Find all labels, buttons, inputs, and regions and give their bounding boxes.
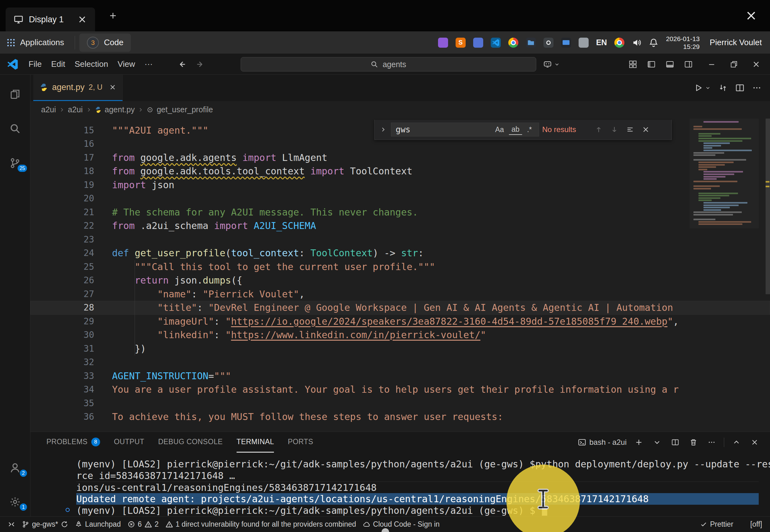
editor-scrollbar[interactable]: [766, 119, 770, 294]
breadcrumb-item[interactable]: a2ui: [68, 105, 83, 114]
run-dropdown-icon[interactable]: [705, 85, 710, 90]
code-line[interactable]: 31 }): [30, 342, 770, 356]
clock[interactable]: 2026-01-13 15:29: [666, 35, 699, 51]
activity-search[interactable]: [6, 121, 24, 136]
minimap[interactable]: [690, 119, 759, 228]
tab-debug-console[interactable]: DEBUG CONSOLE: [158, 432, 223, 453]
tray-icon-blue-app[interactable]: [473, 38, 483, 48]
toggle-panel-icon[interactable]: [663, 57, 677, 71]
code-line[interactable]: 18from google.adk.tools.tool_context imp…: [30, 164, 770, 178]
display-tab[interactable]: Display 1: [6, 8, 95, 31]
tray-icon-files[interactable]: [526, 38, 536, 48]
match-case-toggle[interactable]: Aa: [493, 125, 506, 135]
tab-problems[interactable]: PROBLEMS 8: [46, 432, 100, 453]
code-line[interactable]: 24def get_user_profile(tool_context: Too…: [30, 246, 770, 260]
extension-off-status[interactable]: [off]: [737, 520, 766, 529]
code-line[interactable]: 22from .a2ui_schema import A2UI_SCHEMA: [30, 219, 770, 233]
volume-icon[interactable]: [632, 38, 641, 47]
previous-match-icon[interactable]: [592, 123, 605, 136]
cloud-code-status[interactable]: Cloud Code - Sign in: [360, 517, 443, 532]
new-terminal-icon[interactable]: [633, 436, 645, 448]
whole-word-toggle[interactable]: ab: [509, 125, 522, 135]
terminal-line[interactable]: (myenv) [LOAS2] pierrick@pierrick:~/git/…: [76, 458, 759, 470]
tray-icon-purple-app[interactable]: [438, 38, 448, 48]
maximize-panel-icon[interactable]: [730, 436, 742, 448]
find-in-selection-icon[interactable]: [624, 123, 636, 136]
code-line[interactable]: 27 "name": "Pierrick Voulet",: [30, 287, 770, 301]
applications-menu[interactable]: Applications: [0, 31, 70, 54]
activity-settings[interactable]: 1: [6, 494, 24, 509]
more-actions-icon[interactable]: [752, 83, 761, 92]
tab-terminal[interactable]: TERMINAL: [237, 432, 274, 453]
code-line[interactable]: 29 "imageUrl": "https://io.google/2024/s…: [30, 315, 770, 328]
code-line[interactable]: 33AGENT_INSTRUCTION=""": [30, 369, 770, 383]
breadcrumb-item[interactable]: get_user_profile: [157, 105, 213, 114]
tray-icon-display[interactable]: [561, 38, 571, 48]
branch-status[interactable]: ge-gws*: [19, 517, 72, 532]
toggle-secondary-sidebar-icon[interactable]: [682, 57, 695, 71]
terminal-instance[interactable]: bash - a2ui: [578, 438, 627, 447]
split-editor-icon[interactable]: [735, 83, 744, 92]
next-match-icon[interactable]: [608, 123, 621, 136]
regex-toggle[interactable]: .*: [525, 125, 534, 135]
tab-close-icon[interactable]: [109, 84, 116, 91]
back-icon[interactable]: [178, 60, 186, 69]
code-line[interactable]: 25 """Call this tool to get the current …: [30, 260, 770, 274]
open-changes-icon[interactable]: [719, 83, 727, 92]
menu-file[interactable]: File: [24, 54, 46, 74]
tab-ports[interactable]: PORTS: [288, 432, 313, 453]
taskbar-item-code[interactable]: 3 Code: [79, 34, 131, 52]
code-line[interactable]: 30 "linkedin": "https://www.linkedin.com…: [30, 328, 770, 342]
panel-more-icon[interactable]: [706, 436, 718, 448]
command-center-search[interactable]: agents: [241, 57, 536, 72]
code-editor[interactable]: 15"""A2UI agent."""1617from google.adk.a…: [30, 119, 770, 432]
terminal-dropdown-icon[interactable]: [651, 436, 663, 448]
close-find-icon[interactable]: [639, 123, 652, 136]
activity-explorer[interactable]: [6, 87, 24, 102]
code-line[interactable]: 21# The schema for any A2UI message. Thi…: [30, 205, 770, 219]
tray-icon-screenshot[interactable]: [543, 38, 553, 48]
menu-edit[interactable]: Edit: [46, 54, 70, 74]
viewer-close-icon[interactable]: [745, 9, 757, 22]
menu-view[interactable]: View: [113, 54, 140, 74]
user-menu[interactable]: Pierrick Voulet: [710, 38, 762, 47]
code-line[interactable]: 28 "title": "DevRel Engineer @ Google Wo…: [30, 301, 770, 315]
menu-selection[interactable]: Selection: [70, 54, 113, 74]
close-display-tab-icon[interactable]: [78, 15, 87, 24]
activity-accounts[interactable]: 2: [6, 460, 24, 476]
tray-icon-vscode[interactable]: [491, 38, 501, 48]
code-line[interactable]: 17from google.adk.agents import LlmAgent: [30, 151, 770, 165]
terminal-line[interactable]: rce id=5834638717142171648 …: [76, 470, 759, 481]
tray-icon-browser[interactable]: [508, 38, 518, 48]
code-line[interactable]: 26 return json.dumps({: [30, 274, 770, 287]
launchpad-status[interactable]: Launchpad: [72, 517, 124, 532]
tab-agent-py[interactable]: agent.py 2, U: [33, 75, 123, 101]
find-input[interactable]: gws Aa ab .*: [391, 123, 539, 136]
code-line[interactable]: 34You are a user profile assistant. Your…: [30, 383, 770, 396]
tray-icon-tag[interactable]: [579, 38, 589, 48]
terminal-output[interactable]: (myenv) [LOAS2] pierrick@pierrick:~/git/…: [30, 453, 770, 516]
breadcrumb-item[interactable]: a2ui: [41, 105, 56, 114]
window-close-icon[interactable]: [749, 57, 763, 71]
copilot-menu[interactable]: [541, 57, 559, 71]
remote-indicator[interactable]: [4, 517, 19, 532]
tray-icon-chrome[interactable]: [614, 38, 624, 48]
toggle-replace-icon[interactable]: [378, 123, 388, 136]
terminal-line-selected[interactable]: Updated remote agent: projects/a2ui-agen…: [76, 493, 759, 505]
problems-status[interactable]: 6 2: [124, 517, 162, 532]
kill-terminal-icon[interactable]: [687, 436, 699, 448]
restore-icon[interactable]: [727, 57, 741, 71]
code-line[interactable]: 23: [30, 233, 770, 247]
close-panel-icon[interactable]: [749, 436, 761, 448]
activity-source-control[interactable]: 25: [6, 156, 24, 171]
forward-icon[interactable]: [196, 60, 205, 69]
customize-layout-icon[interactable]: [626, 57, 640, 71]
run-python-icon[interactable]: [694, 83, 703, 92]
breadcrumb-item[interactable]: agent.py: [105, 105, 135, 114]
notifications-icon[interactable]: [649, 38, 658, 47]
split-terminal-icon[interactable]: [669, 436, 681, 448]
code-line[interactable]: 36To achieve this, you MUST follow these…: [30, 410, 770, 424]
terminal-line[interactable]: ions/us-central1/reasoningEngines/583463…: [76, 481, 759, 493]
code-line[interactable]: 35: [30, 396, 770, 410]
terminal-line[interactable]: (myenv) [LOAS2] pierrick@pierrick:~/git/…: [76, 505, 759, 516]
